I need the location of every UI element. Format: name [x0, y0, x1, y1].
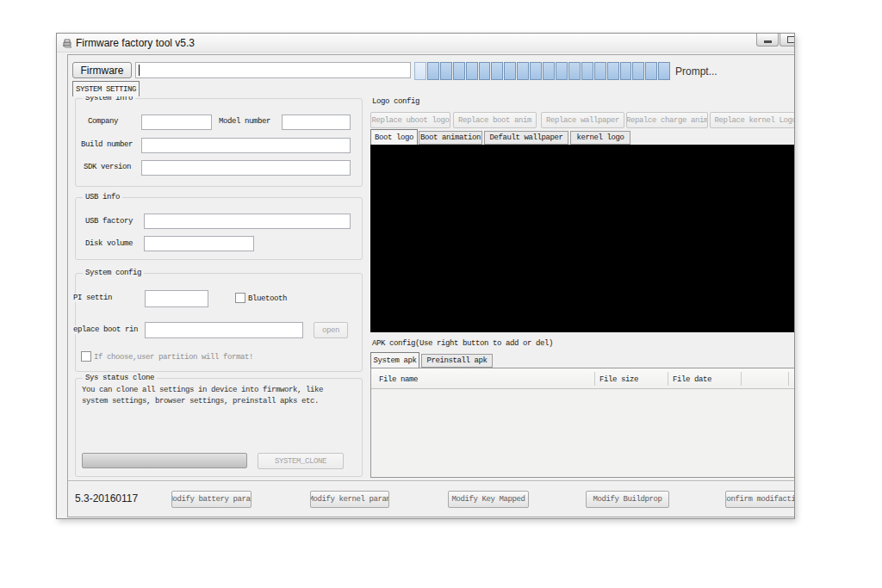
progress-segment: [466, 62, 478, 80]
disk-volume-input[interactable]: [144, 236, 254, 251]
bluetooth-label: Bluetooth: [248, 294, 287, 303]
clone-description-line1: You can clone all settings in device int…: [82, 386, 323, 394]
column-header-file-size[interactable]: File size: [599, 375, 638, 384]
clone-description-line2: system settings, browser settings, prein…: [82, 397, 319, 405]
company-input[interactable]: [141, 115, 212, 130]
tab-system-apk[interactable]: System apk: [370, 352, 419, 368]
column-divider: [741, 372, 742, 386]
bluetooth-checkbox[interactable]: [235, 293, 245, 303]
build-number-label: Build number: [81, 140, 133, 149]
column-header-file-date[interactable]: File date: [673, 375, 711, 384]
window-title: Firmware factory tool v5.3: [76, 37, 195, 49]
open-button[interactable]: open: [314, 322, 348, 338]
build-number-input[interactable]: [141, 138, 351, 153]
modify-buildprop-button[interactable]: Modify Buildprop: [586, 491, 669, 508]
logo-preview-area: [370, 145, 795, 332]
group-title: USB info: [83, 193, 122, 201]
progress-segment: [491, 62, 503, 80]
firmware-path-input[interactable]: [135, 62, 411, 78]
progress-bar: [414, 62, 670, 80]
column-divider: [788, 372, 789, 386]
model-number-input[interactable]: [282, 115, 351, 130]
pi-setting-input[interactable]: [145, 290, 208, 307]
replace-boot-ring-label: eplace boot rin: [73, 325, 138, 334]
progress-segment: [568, 62, 581, 80]
group-title: Sys status clone: [83, 374, 157, 382]
progress-segment: [427, 62, 439, 80]
maximize-icon: [787, 36, 795, 43]
progress-segment: [517, 62, 529, 80]
logo-config-title: Logo config: [372, 97, 419, 106]
replace-boot-ring-input[interactable]: [145, 322, 303, 338]
usb-factory-label: USB factory: [85, 217, 133, 226]
progress-segment: [645, 62, 657, 80]
modify-kernel-param-button[interactable]: Modify kernel param: [310, 491, 389, 508]
column-header-file-name[interactable]: File name: [379, 375, 418, 384]
company-label: Company: [88, 117, 118, 126]
footer-divider: [68, 480, 795, 482]
minimize-icon: [764, 40, 772, 43]
progress-segment: [479, 62, 491, 80]
tab-boot-logo[interactable]: Boot logo: [370, 129, 418, 145]
tab-default-wallpaper[interactable]: Default wallpaper: [484, 131, 568, 145]
progress-segment: [658, 62, 670, 80]
modify-key-mapped-button[interactable]: Modify Key Mapped: [448, 491, 529, 508]
version-label: 5.3-20160117: [75, 492, 138, 504]
modify-battery-param-button[interactable]: Modify battery param: [171, 491, 252, 508]
progress-segment: [632, 62, 644, 80]
progress-segment: [543, 62, 555, 80]
pi-setting-label: PI settin: [73, 294, 112, 302]
sdk-version-input[interactable]: [141, 160, 351, 176]
apk-file-table: File name File size File date: [370, 368, 795, 478]
maximize-button[interactable]: [780, 34, 795, 46]
tab-system-setting[interactable]: SYSTEM SETTING: [72, 81, 140, 96]
progress-segment: [581, 62, 593, 80]
group-title: System config: [83, 269, 144, 277]
minimize-button[interactable]: [756, 34, 779, 46]
progress-segment: [504, 62, 516, 80]
replace-wallpaper-button[interactable]: Replace wallpaper: [541, 112, 624, 128]
progress-segment: [530, 62, 542, 80]
progress-segment: [453, 62, 465, 80]
disk-volume-label: Disk volume: [85, 239, 133, 248]
format-partition-label: If choose,user partition will format!: [94, 353, 253, 362]
replace-kernel-logo-button[interactable]: Replace kernel Logo: [710, 112, 795, 128]
system-clone-button[interactable]: SYSTEM_CLONE: [258, 453, 344, 469]
tab-kernel-logo[interactable]: kernel logo: [570, 131, 630, 145]
app-window: Firmware factory tool v5.3 Firmware Prom…: [56, 33, 795, 519]
sdk-version-label: SDK version: [84, 163, 131, 171]
replace-uboot-logo-button[interactable]: Replace uboot logo: [370, 112, 450, 128]
printer-icon: [61, 37, 73, 53]
progress-segment: [594, 62, 606, 80]
tab-boot-animation[interactable]: Boot animation: [419, 131, 482, 145]
clone-progress-bar: [82, 453, 247, 468]
main-panel: Firmware Prompt... SYSTEM SETTING System…: [67, 54, 795, 517]
tab-preinstall-apk[interactable]: Preinstall apk: [421, 354, 493, 368]
apk-config-title: APK config(Use right button to add or de…: [372, 339, 553, 348]
title-bar[interactable]: Firmware factory tool v5.3: [57, 34, 794, 53]
firmware-button[interactable]: Firmware: [72, 62, 132, 78]
progress-segment: [556, 62, 568, 80]
usb-factory-input[interactable]: [144, 214, 351, 229]
column-divider: [594, 372, 595, 386]
format-partition-checkbox[interactable]: [81, 351, 91, 362]
replace-boot-anim-button[interactable]: Replace boot anim: [453, 112, 537, 128]
progress-segment: [620, 62, 632, 80]
prompt-label: Prompt...: [675, 65, 717, 77]
replace-charge-anim-button[interactable]: Repalce charge anim: [626, 112, 708, 128]
progress-segment: [440, 62, 452, 80]
confirm-modification-button[interactable]: Confirm modifaction: [725, 491, 795, 508]
column-divider: [668, 372, 668, 386]
model-number-label: Model number: [219, 117, 270, 126]
apk-table-header: File name File size File date: [371, 368, 795, 389]
text-caret: [139, 65, 140, 76]
progress-segment: [414, 62, 426, 80]
progress-segment: [607, 62, 619, 80]
